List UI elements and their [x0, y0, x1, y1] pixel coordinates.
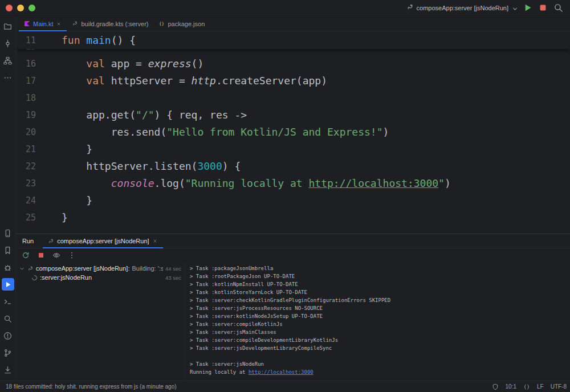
- toolwindow-button-more[interactable]: [2, 71, 14, 84]
- toolwindow-button-commit[interactable]: [2, 37, 14, 50]
- console-text: > Task :server:jsDevelopmentLibraryCompi…: [190, 345, 332, 351]
- toolwindow-title: Run: [22, 238, 34, 244]
- toolwindow-button-run[interactable]: [2, 278, 14, 291]
- shield-icon[interactable]: [492, 383, 499, 390]
- line-number[interactable]: 21: [17, 141, 36, 158]
- run-icon: [3, 280, 12, 289]
- tree-row[interactable]: composeApp:server [jsNodeRun]: Building:…: [17, 264, 185, 273]
- line-number[interactable]: 18: [17, 89, 36, 107]
- preview-button[interactable]: [52, 251, 60, 259]
- editor-line: 23 console.log("Running locally at http:…: [17, 175, 570, 192]
- status-widget-lf[interactable]: LF: [537, 383, 544, 390]
- run-button[interactable]: [523, 3, 532, 13]
- run-tab-composeapp-server[interactable]: composeApp:server [jsNodeRun]: [43, 234, 162, 248]
- toolwindow-button-find[interactable]: [2, 312, 14, 325]
- svg-text:{}: {}: [159, 21, 164, 26]
- console-line: Running locally at http://localhost:3000: [190, 368, 570, 376]
- version-control-icon: [3, 349, 12, 357]
- editor-tab-package-json[interactable]: {}package.json: [153, 17, 210, 31]
- console-text: > Task :server:jsProcessResources NO-SOU…: [190, 305, 323, 311]
- status-widget-10-1[interactable]: 10:1: [506, 383, 516, 390]
- line-number[interactable]: 20: [17, 124, 36, 141]
- profiler-icon: [3, 229, 12, 238]
- code-text[interactable]: httpServer.listen(3000) {: [62, 158, 241, 175]
- console-text: > Task :packageJsonUmbrella: [190, 266, 273, 271]
- gradle-icon: [48, 238, 54, 244]
- editor-tab-main-kt[interactable]: Main.kt: [19, 17, 67, 31]
- code-text[interactable]: val httpServer = http.createServer(app): [62, 72, 327, 89]
- problems-icon: [3, 332, 12, 340]
- stop-button[interactable]: [37, 251, 45, 259]
- line-number[interactable]: 24: [17, 192, 36, 209]
- toolwindow-stripe: [0, 17, 16, 381]
- console-line: > Task :rootPackageJson UP-TO-DATE: [190, 272, 570, 280]
- tree-node-detail: Building: ':server:jsNo: [132, 265, 163, 272]
- stop-button[interactable]: [538, 3, 548, 13]
- console-hyperlink[interactable]: http://localhost:3000: [249, 369, 314, 375]
- console-line: > Task :kotlinStoreYarnLock UP-TO-DATE: [190, 288, 570, 296]
- toolwindow-button-project-folder[interactable]: [2, 20, 14, 32]
- toolwindow-button-profiler[interactable]: [2, 227, 14, 239]
- code-text[interactable]: console.log("Running locally at http://l…: [62, 175, 451, 192]
- close-icon[interactable]: [56, 21, 62, 27]
- toolwindow-button-terminal[interactable]: [2, 295, 14, 308]
- tree-node-label: :server:jsNodeRun: [40, 274, 92, 281]
- code-text[interactable]: }: [62, 209, 68, 226]
- vcs-status-widget[interactable]: 18 files committed: holy shit. running e…: [6, 383, 177, 390]
- ide-window: { "titlebar": { "run_config_label": "com…: [0, 0, 570, 392]
- bookmarks-icon: [3, 246, 12, 255]
- macos-zoom-button[interactable]: [28, 5, 35, 11]
- more-vertical-button[interactable]: [68, 251, 76, 259]
- console-output[interactable]: > Task :packageJsonUmbrella> Task :rootP…: [185, 262, 570, 381]
- console-line: > Task :server:checkKotlinGradlePluginCo…: [190, 296, 570, 304]
- toolwindow-button-problems[interactable]: [2, 329, 14, 342]
- console-line: > Task :server:jsDevelopmentLibraryCompi…: [190, 344, 570, 352]
- code-text[interactable]: res.send("Hello from Kotlin/JS and Expre…: [62, 124, 389, 141]
- console-text: > Task :rootPackageJson UP-TO-DATE: [190, 273, 295, 279]
- close-icon[interactable]: [152, 238, 158, 244]
- toolwindow-button-bookmarks[interactable]: [2, 244, 14, 256]
- gradle-icon: [27, 266, 34, 272]
- code-text[interactable]: }: [62, 192, 92, 209]
- run-configuration-selector[interactable]: composeApp:server [jsNodeRun]: [406, 3, 517, 12]
- search-everywhere-button[interactable]: [553, 3, 563, 13]
- find-icon: [3, 315, 12, 323]
- console-text: > Task :server:jsMainClasses: [190, 329, 276, 335]
- brackets-icon[interactable]: [523, 383, 530, 390]
- editor-line: 19 app.get("/") { req, res ->: [17, 107, 570, 124]
- gradle-icon: [406, 3, 414, 11]
- console-text: > Task :server:checkKotlinGradlePluginCo…: [190, 297, 390, 303]
- toolwindow-button-version-control[interactable]: [2, 346, 14, 359]
- editor-line: 22 httpServer.listen(3000) {: [17, 158, 570, 175]
- tree-node-duration: 44 sec: [165, 266, 181, 272]
- toolwindow-button-debug[interactable]: [2, 261, 14, 273]
- line-number[interactable]: 22: [17, 158, 36, 175]
- toolwindow-button-structure[interactable]: [2, 54, 14, 67]
- code-text[interactable]: }: [62, 141, 92, 158]
- run-panel-toolbar: [17, 248, 570, 262]
- tree-row[interactable]: :server:jsNodeRun43 sec: [17, 273, 185, 282]
- chevron-down-icon: [511, 5, 517, 11]
- toolwindow-button-dependencies[interactable]: [2, 364, 14, 376]
- gradle-icon: [406, 3, 414, 12]
- run-panel-tab-strip: Run composeApp:server [jsNodeRun]: [17, 234, 570, 248]
- rerun-button[interactable]: [22, 251, 30, 259]
- stripe-bottom-group: [2, 227, 14, 381]
- code-text[interactable]: app.get("/") { req, res ->: [62, 107, 247, 124]
- code-text[interactable]: val app = express(): [62, 55, 203, 72]
- editor-tab-build-gradle-kts-server[interactable]: build.gradle.kts (:server): [67, 17, 153, 31]
- macos-close-button[interactable]: [6, 5, 13, 11]
- line-number[interactable]: 11: [17, 32, 36, 49]
- line-number[interactable]: 25: [17, 209, 36, 226]
- macos-minimize-button[interactable]: [17, 5, 24, 11]
- status-widget-utf-8[interactable]: UTF-8: [551, 383, 567, 390]
- tree-node-label: composeApp:server [jsNodeRun]:: [36, 265, 129, 272]
- code-text[interactable]: fun main() {: [62, 32, 136, 49]
- line-number[interactable]: 17: [17, 72, 36, 89]
- line-number[interactable]: 19: [17, 107, 36, 124]
- line-number[interactable]: 16: [17, 55, 36, 72]
- run-toolwindow: Run composeApp:server [jsNodeRun] compos…: [17, 234, 570, 381]
- code-editor[interactable]: 1516 val app = express()17 val httpServe…: [17, 32, 570, 234]
- line-number[interactable]: 23: [17, 175, 36, 192]
- run-configuration-label: composeApp:server [jsNodeRun]: [417, 5, 508, 11]
